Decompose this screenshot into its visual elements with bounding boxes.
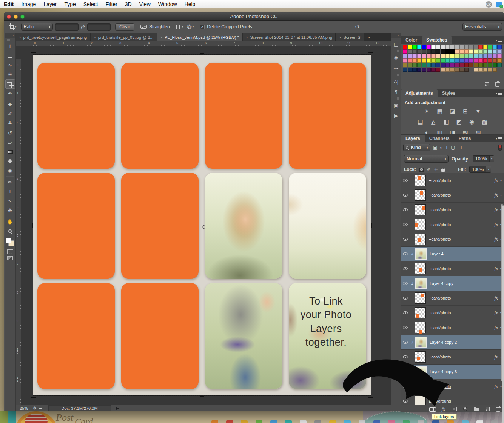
color-swatch[interactable]	[469, 45, 473, 49]
layer-visibility-toggle[interactable]	[401, 276, 410, 291]
color-swatch[interactable]	[417, 49, 422, 54]
straighten-button[interactable]: Straighten	[149, 24, 170, 29]
color-swatch[interactable]	[417, 45, 422, 49]
layer-row[interactable]: +card/photofx▾	[401, 203, 504, 217]
color-swatch[interactable]	[493, 58, 497, 63]
orange-card[interactable]	[205, 63, 282, 169]
lock-all-icon[interactable]	[441, 169, 445, 172]
panel-menu-icon[interactable]: ▾	[496, 38, 502, 42]
menu-item-select[interactable]: Select	[80, 0, 102, 8]
color-swatch[interactable]	[408, 58, 412, 63]
status-bar-icons[interactable]: ❂ ➦	[33, 406, 43, 410]
color-swatch[interactable]	[459, 54, 464, 58]
color-swatch[interactable]	[459, 58, 464, 63]
color-swatch[interactable]	[427, 63, 431, 67]
color-swatch[interactable]	[441, 58, 445, 63]
layer-row[interactable]: +card/photofx▾	[401, 217, 504, 232]
reset-crop-icon[interactable]: ↺	[355, 23, 360, 30]
lock-transparency-icon[interactable]	[419, 168, 424, 172]
dock-app-icon[interactable]	[418, 420, 424, 423]
color-swatch[interactable]	[403, 45, 407, 49]
layer-thumbnail[interactable]	[415, 351, 426, 363]
layer-name[interactable]: +card/photo	[429, 193, 451, 197]
eyedropper-tool[interactable]: ✒	[5, 89, 15, 98]
dock-app-icon[interactable]	[491, 420, 498, 423]
color-swatch[interactable]	[459, 68, 464, 72]
dock-app-icon[interactable]	[329, 420, 336, 423]
layer-thumbnail[interactable]	[415, 322, 426, 333]
color-swatch[interactable]	[427, 58, 431, 63]
layer-name[interactable]: +card/photo	[429, 355, 451, 359]
hue-saturation-icon[interactable]: ▤	[417, 118, 424, 125]
color-swatch[interactable]	[478, 45, 483, 49]
layer-visibility-toggle[interactable]	[401, 379, 410, 394]
panel-menu-icon[interactable]: ▾	[496, 91, 502, 95]
collapse-panels-icon[interactable]: «	[391, 33, 401, 38]
color-swatch[interactable]	[431, 45, 436, 49]
color-swatch[interactable]	[422, 58, 426, 63]
color-swatch[interactable]	[417, 58, 422, 63]
brush-tool[interactable]: ✐	[5, 109, 15, 119]
color-swatch[interactable]	[483, 63, 488, 67]
color-swatch[interactable]	[464, 49, 469, 54]
layer-name[interactable]: Layer 4 copy 3	[430, 369, 457, 374]
eraser-tool[interactable]: ▱	[5, 138, 15, 147]
pen-tool[interactable]: ✑	[5, 177, 15, 187]
color-swatch[interactable]	[450, 58, 455, 63]
color-swatch[interactable]	[474, 45, 478, 49]
blend-mode-select[interactable]: Normal ▴▾	[404, 155, 449, 163]
color-swatch[interactable]	[497, 63, 502, 67]
dock-app-icon[interactable]	[359, 420, 365, 423]
color-swatch[interactable]	[422, 49, 426, 54]
crop-overlay-grid-icon[interactable]	[176, 25, 181, 29]
dock-app-icon[interactable]	[344, 420, 351, 423]
color-swatch[interactable]	[417, 54, 422, 58]
color-swatch[interactable]	[408, 68, 412, 72]
layer-visibility-toggle[interactable]	[401, 394, 410, 405]
color-swatch[interactable]	[497, 49, 502, 54]
layer-filter-toggle[interactable]	[498, 145, 502, 151]
layer-visibility-toggle[interactable]	[401, 350, 410, 364]
creative-cloud-icon[interactable]: Cc	[486, 1, 492, 8]
layer-thumbnail[interactable]	[415, 219, 426, 230]
lock-paint-icon[interactable]: ✐	[427, 167, 431, 172]
close-tab-icon[interactable]: ×	[339, 35, 341, 40]
color-swatch[interactable]	[450, 54, 455, 58]
layer-row[interactable]: ↲Layer 4 copy 3	[401, 365, 504, 379]
lock-position-icon[interactable]: ✛	[434, 167, 438, 172]
close-tab-icon[interactable]: ×	[160, 35, 163, 40]
color-swatch[interactable]	[441, 54, 445, 58]
color-swatch[interactable]	[455, 68, 459, 72]
close-window-button[interactable]	[7, 15, 11, 19]
color-swatch[interactable]	[488, 63, 492, 67]
levels-icon[interactable]: ▦	[436, 108, 444, 115]
dock-app-icon[interactable]	[447, 420, 454, 423]
dock-app-icon[interactable]	[314, 420, 321, 423]
clone-source-panel-icon[interactable]: ⊶	[392, 63, 400, 72]
add-layer-mask-button[interactable]	[452, 407, 457, 411]
layer-visibility-toggle[interactable]	[401, 217, 410, 232]
color-swatch[interactable]	[412, 63, 417, 67]
layer-row[interactable]: ↲Layer 4	[401, 247, 504, 261]
color-swatch[interactable]	[483, 49, 488, 54]
layer-name[interactable]: Background	[429, 399, 451, 403]
layers-tab-layers[interactable]: Layers	[401, 135, 425, 142]
color-swatch[interactable]	[417, 68, 422, 72]
color-swatch[interactable]	[459, 45, 464, 49]
layer-row[interactable]: Background	[401, 394, 504, 405]
adjustments-tab-adjustments[interactable]: Adjustments	[401, 89, 438, 97]
color-swatch[interactable]	[412, 54, 417, 58]
crop-handle-right[interactable]	[371, 223, 372, 228]
color-swatch[interactable]	[441, 49, 445, 54]
color-swatch[interactable]	[464, 54, 469, 58]
crop-settings-gear-icon[interactable]: ❂	[187, 23, 192, 30]
layer-effects[interactable]: fx▾	[495, 192, 502, 198]
layer-thumbnail[interactable]	[415, 263, 426, 274]
dock-app-icon[interactable]	[300, 420, 307, 423]
paragraph-panel-icon[interactable]: ¶	[392, 87, 400, 96]
color-swatch[interactable]	[408, 49, 412, 54]
delete-layer-button[interactable]	[496, 408, 500, 412]
color-swatch[interactable]	[412, 45, 417, 49]
color-swatch[interactable]	[445, 63, 450, 67]
actions-panel-icon[interactable]: ▶	[392, 111, 400, 120]
